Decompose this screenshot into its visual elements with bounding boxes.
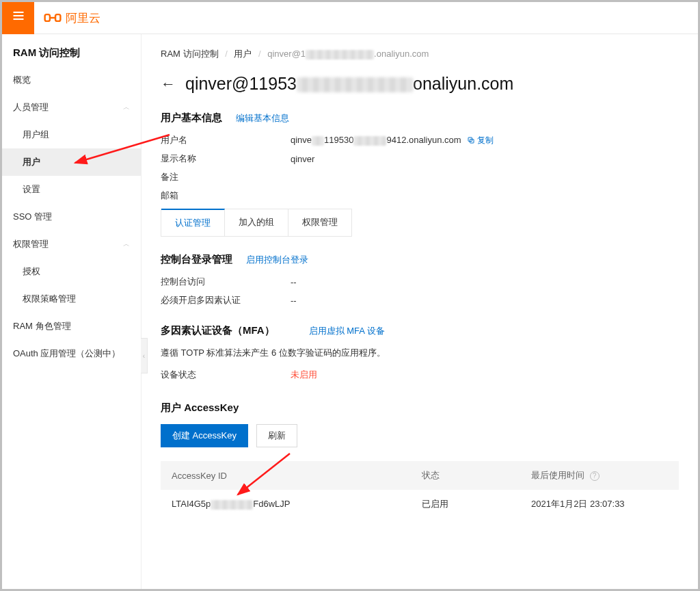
hamburger-icon xyxy=(12,9,25,27)
ak-id-cell: LTAI4G5pFd6wLJP xyxy=(172,499,422,510)
force-mfa-value: -- xyxy=(291,294,297,306)
sidebar-item-label: 用户组 xyxy=(23,129,49,141)
email-label: 邮箱 xyxy=(161,189,291,202)
sidebar: RAM 访问控制 概览 人员管理 ︿ 用户组 用户 设置 SSO 管理 权限管理… xyxy=(2,34,142,589)
breadcrumb-separator: / xyxy=(225,49,228,59)
sidebar-item-sso[interactable]: SSO 管理 xyxy=(2,203,141,231)
sidebar-item-settings[interactable]: 设置 xyxy=(2,176,141,203)
sidebar-item-label: 权限管理 xyxy=(13,238,49,250)
sidebar-item-label: SSO 管理 xyxy=(13,211,52,223)
tab-bar: 认证管理 加入的组 权限管理 xyxy=(161,209,352,237)
console-access-label: 控制台访问 xyxy=(161,276,291,288)
breadcrumb-link-users[interactable]: 用户 xyxy=(234,49,252,59)
col-status: 状态 xyxy=(422,469,531,482)
create-accesskey-button[interactable]: 创建 AccessKey xyxy=(161,424,248,447)
redacted-text xyxy=(211,500,253,510)
section-heading-mfa: 多因素认证设备（MFA） xyxy=(161,324,275,337)
redacted-text xyxy=(297,77,413,92)
sidebar-group-people[interactable]: 人员管理 ︿ xyxy=(2,94,141,121)
chevron-up-icon: ︿ xyxy=(123,239,130,249)
sidebar-item-usergroups[interactable]: 用户组 xyxy=(2,121,141,148)
sidebar-item-label: 授权 xyxy=(23,265,40,278)
redacted-text xyxy=(312,136,324,146)
section-heading-accesskey: 用户 AccessKey xyxy=(161,402,239,415)
refresh-button[interactable]: 刷新 xyxy=(256,424,297,447)
ak-table-row[interactable]: LTAI4G5pFd6wLJP 已启用 2021年1月2日 23:07:33 xyxy=(161,490,679,518)
section-heading-console: 控制台登录管理 xyxy=(161,253,232,266)
aliyun-logo-icon xyxy=(44,9,62,27)
chevron-left-icon: ‹ xyxy=(143,352,145,360)
enable-mfa-link[interactable]: 启用虚拟 MFA 设备 xyxy=(309,325,385,337)
sidebar-item-label: 权限策略管理 xyxy=(23,293,76,305)
mfa-description: 遵循 TOTP 标准算法来产生 6 位数字验证码的应用程序。 xyxy=(161,347,679,359)
brand-logo[interactable]: 阿里云 xyxy=(44,9,100,27)
page-title: qinver@11953onaliyun.com xyxy=(185,74,513,94)
sidebar-item-label: 用户 xyxy=(23,156,40,168)
sidebar-item-policy[interactable]: 权限策略管理 xyxy=(2,285,141,313)
col-last-used: 最后使用时间 ? xyxy=(531,469,668,482)
sidebar-item-users[interactable]: 用户 xyxy=(2,148,141,176)
tab-permissions[interactable]: 权限管理 xyxy=(288,209,351,236)
sidebar-item-label: RAM 角色管理 xyxy=(13,320,71,332)
ak-status-cell: 已启用 xyxy=(422,498,531,510)
section-heading-basic: 用户基本信息 xyxy=(161,111,222,124)
display-name-value: qinver xyxy=(291,153,314,165)
sidebar-title: RAM 访问控制 xyxy=(2,34,141,66)
svg-rect-4 xyxy=(55,14,60,21)
redacted-text xyxy=(306,50,374,60)
ak-table-header: AccessKey ID 状态 最后使用时间 ? xyxy=(161,461,679,490)
breadcrumb-separator: / xyxy=(258,49,261,59)
sidebar-item-grant[interactable]: 授权 xyxy=(2,258,141,285)
sidebar-item-label: 概览 xyxy=(13,74,31,86)
sidebar-item-roles[interactable]: RAM 角色管理 xyxy=(2,313,141,340)
display-name-label: 显示名称 xyxy=(161,153,291,165)
redacted-text xyxy=(353,136,386,146)
ak-last-cell: 2021年1月2日 23:07:33 xyxy=(531,498,668,510)
username-label: 用户名 xyxy=(161,134,291,146)
edit-basic-link[interactable]: 编辑基本信息 xyxy=(236,112,289,124)
sidebar-collapse-handle[interactable]: ‹ xyxy=(141,338,148,373)
brand-text: 阿里云 xyxy=(66,10,100,26)
tab-groups[interactable]: 加入的组 xyxy=(225,209,288,236)
sidebar-item-label: OAuth 应用管理（公测中） xyxy=(13,347,120,360)
breadcrumb-link-ram[interactable]: RAM 访问控制 xyxy=(161,49,219,59)
back-button[interactable]: ← xyxy=(161,75,176,93)
chevron-up-icon: ︿ xyxy=(123,103,130,112)
content-area: RAM 访问控制 / 用户 / qinver@1.onaliyun.com ← … xyxy=(142,34,698,589)
sidebar-group-permissions[interactable]: 权限管理 ︿ xyxy=(2,231,141,258)
copy-icon xyxy=(467,136,475,144)
mfa-status-label: 设备状态 xyxy=(161,369,291,381)
enable-console-link[interactable]: 启用控制台登录 xyxy=(246,254,308,266)
console-access-value: -- xyxy=(291,276,297,288)
force-mfa-label: 必须开启多因素认证 xyxy=(161,294,291,306)
sidebar-item-oauth[interactable]: OAuth 应用管理（公测中） xyxy=(2,340,141,367)
breadcrumb: RAM 访问控制 / 用户 / qinver@1.onaliyun.com xyxy=(142,34,698,60)
menu-toggle-button[interactable] xyxy=(2,2,34,34)
breadcrumb-current: qinver@1.onaliyun.com xyxy=(267,49,429,59)
svg-rect-3 xyxy=(45,14,50,21)
note-label: 备注 xyxy=(161,171,291,183)
copy-button[interactable]: 复制 xyxy=(467,135,494,146)
col-accesskey-id: AccessKey ID xyxy=(172,471,422,481)
help-icon[interactable]: ? xyxy=(590,471,600,481)
sidebar-item-overview[interactable]: 概览 xyxy=(2,66,141,94)
tab-auth[interactable]: 认证管理 xyxy=(161,209,225,236)
username-value: qinve1195309412.onaliyun.com 复制 xyxy=(291,134,494,146)
mfa-status-value: 未启用 xyxy=(291,369,317,381)
sidebar-item-label: 人员管理 xyxy=(13,101,49,114)
sidebar-item-label: 设置 xyxy=(23,183,40,196)
